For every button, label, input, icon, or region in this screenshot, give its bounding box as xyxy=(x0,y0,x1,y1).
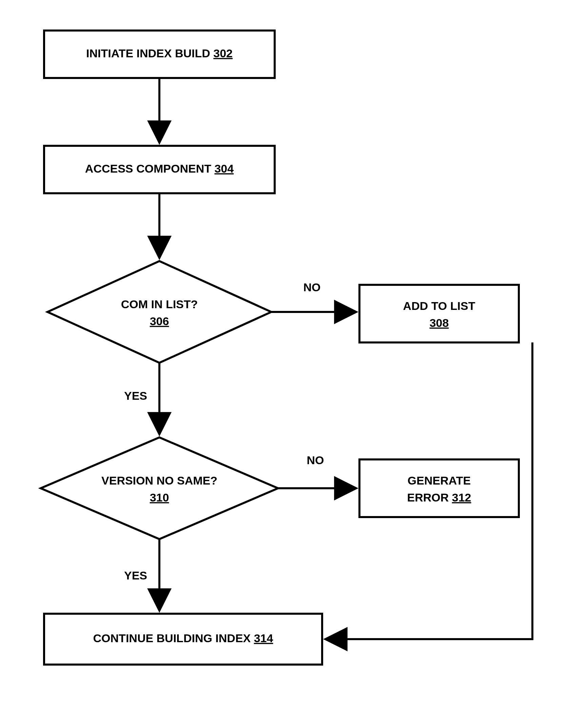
node-304-label: ACCESS COMPONENT xyxy=(85,162,211,175)
node-308-label: ADD TO LIST xyxy=(403,299,475,312)
node-310-label: VERSION NO SAME? xyxy=(101,474,217,487)
svg-text:ERROR
       
      312: ERROR 312 xyxy=(407,491,471,504)
node-access-component: ACCESS COMPONENT 304 xyxy=(44,146,275,193)
node-310-ref: 310 xyxy=(150,491,169,504)
node-306-label: COM IN LIST? xyxy=(121,298,198,311)
node-306-ref: 306 xyxy=(150,315,169,328)
node-314-label: CONTINUE BUILDING INDEX xyxy=(93,632,251,645)
node-312-ref: 312 xyxy=(452,491,471,504)
flowchart: INITIATE INDEX BUILD 302 ACCESS COMPONEN… xyxy=(0,0,588,710)
node-312-label-b: ERROR xyxy=(407,491,449,504)
svg-marker-4 xyxy=(47,261,271,363)
svg-rect-7 xyxy=(359,459,519,517)
node-302-label: INITIATE INDEX BUILD xyxy=(86,47,210,60)
node-304-ref: 304 xyxy=(214,162,234,175)
node-308-ref: 308 xyxy=(430,316,449,329)
svg-text:INITIATE INDEX BUILD
       
 : INITIATE INDEX BUILD 302 xyxy=(86,47,233,60)
svg-text:ACCESS COMPONENT
       
     : ACCESS COMPONENT 304 xyxy=(85,162,234,175)
node-continue-building-index: CONTINUE BUILDING INDEX 314 xyxy=(44,614,322,665)
edge-310-yes-label: YES xyxy=(124,569,147,582)
node-312-label-a: GENERATE xyxy=(408,474,471,487)
svg-text:CONTINUE BUILDING INDEX
      : CONTINUE BUILDING INDEX 314 xyxy=(93,632,273,645)
node-302-ref: 302 xyxy=(213,47,233,60)
edge-306-yes-label: YES xyxy=(124,389,147,402)
node-initiate-index-build: INITIATE INDEX BUILD 302 xyxy=(44,31,275,78)
node-version-no-same: VERSION NO SAME? 310 xyxy=(41,437,278,539)
node-generate-error: GENERATE ERROR 312 xyxy=(359,459,519,517)
node-314-ref: 314 xyxy=(254,632,273,645)
svg-rect-5 xyxy=(359,285,519,342)
svg-marker-6 xyxy=(41,437,278,539)
edge-306-no-label: NO xyxy=(303,281,321,294)
node-com-in-list: COM IN LIST? 306 xyxy=(47,261,271,363)
edge-310-no-label: NO xyxy=(307,454,324,467)
node-add-to-list: ADD TO LIST 308 xyxy=(359,285,519,342)
